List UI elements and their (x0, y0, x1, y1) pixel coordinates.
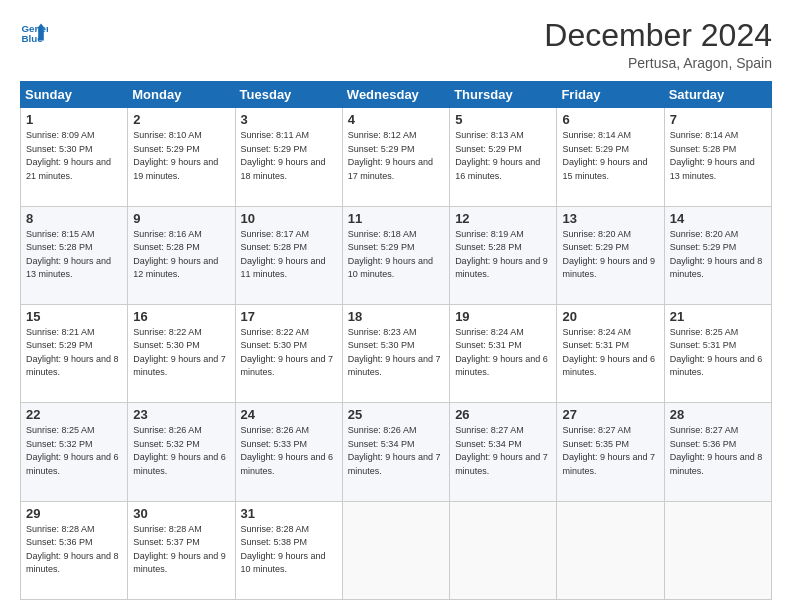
day-number: 28 (670, 407, 766, 422)
day-number: 25 (348, 407, 444, 422)
day-number: 1 (26, 112, 122, 127)
day-number: 5 (455, 112, 551, 127)
day-number: 21 (670, 309, 766, 324)
day-number: 12 (455, 211, 551, 226)
col-sunday: Sunday (21, 82, 128, 108)
col-friday: Friday (557, 82, 664, 108)
day-number: 10 (241, 211, 337, 226)
day-number: 7 (670, 112, 766, 127)
table-row: 1Sunrise: 8:09 AM Sunset: 5:30 PM Daylig… (21, 108, 128, 206)
table-row: 24Sunrise: 8:26 AM Sunset: 5:33 PM Dayli… (235, 403, 342, 501)
day-number: 11 (348, 211, 444, 226)
day-info: Sunrise: 8:22 AM Sunset: 5:30 PM Dayligh… (133, 326, 229, 380)
day-info: Sunrise: 8:18 AM Sunset: 5:29 PM Dayligh… (348, 228, 444, 282)
table-row: 22Sunrise: 8:25 AM Sunset: 5:32 PM Dayli… (21, 403, 128, 501)
table-row: 20Sunrise: 8:24 AM Sunset: 5:31 PM Dayli… (557, 304, 664, 402)
month-title: December 2024 (544, 18, 772, 53)
page: General Blue December 2024 Pertusa, Arag… (0, 0, 792, 612)
day-info: Sunrise: 8:27 AM Sunset: 5:35 PM Dayligh… (562, 424, 658, 478)
title-block: December 2024 Pertusa, Aragon, Spain (544, 18, 772, 71)
col-thursday: Thursday (450, 82, 557, 108)
day-number: 17 (241, 309, 337, 324)
day-info: Sunrise: 8:17 AM Sunset: 5:28 PM Dayligh… (241, 228, 337, 282)
table-row: 10Sunrise: 8:17 AM Sunset: 5:28 PM Dayli… (235, 206, 342, 304)
table-row: 19Sunrise: 8:24 AM Sunset: 5:31 PM Dayli… (450, 304, 557, 402)
col-wednesday: Wednesday (342, 82, 449, 108)
day-number: 14 (670, 211, 766, 226)
day-number: 19 (455, 309, 551, 324)
table-row (664, 501, 771, 599)
day-number: 29 (26, 506, 122, 521)
table-row: 6Sunrise: 8:14 AM Sunset: 5:29 PM Daylig… (557, 108, 664, 206)
day-info: Sunrise: 8:23 AM Sunset: 5:30 PM Dayligh… (348, 326, 444, 380)
day-number: 8 (26, 211, 122, 226)
day-info: Sunrise: 8:14 AM Sunset: 5:28 PM Dayligh… (670, 129, 766, 183)
day-number: 15 (26, 309, 122, 324)
calendar-header-row: Sunday Monday Tuesday Wednesday Thursday… (21, 82, 772, 108)
day-info: Sunrise: 8:20 AM Sunset: 5:29 PM Dayligh… (562, 228, 658, 282)
day-info: Sunrise: 8:28 AM Sunset: 5:37 PM Dayligh… (133, 523, 229, 577)
day-number: 16 (133, 309, 229, 324)
day-info: Sunrise: 8:25 AM Sunset: 5:31 PM Dayligh… (670, 326, 766, 380)
day-info: Sunrise: 8:26 AM Sunset: 5:33 PM Dayligh… (241, 424, 337, 478)
table-row: 23Sunrise: 8:26 AM Sunset: 5:32 PM Dayli… (128, 403, 235, 501)
col-monday: Monday (128, 82, 235, 108)
table-row: 9Sunrise: 8:16 AM Sunset: 5:28 PM Daylig… (128, 206, 235, 304)
day-number: 2 (133, 112, 229, 127)
day-info: Sunrise: 8:10 AM Sunset: 5:29 PM Dayligh… (133, 129, 229, 183)
table-row: 5Sunrise: 8:13 AM Sunset: 5:29 PM Daylig… (450, 108, 557, 206)
day-number: 30 (133, 506, 229, 521)
day-number: 26 (455, 407, 551, 422)
table-row: 2Sunrise: 8:10 AM Sunset: 5:29 PM Daylig… (128, 108, 235, 206)
table-row: 21Sunrise: 8:25 AM Sunset: 5:31 PM Dayli… (664, 304, 771, 402)
day-number: 3 (241, 112, 337, 127)
day-info: Sunrise: 8:28 AM Sunset: 5:38 PM Dayligh… (241, 523, 337, 577)
day-info: Sunrise: 8:22 AM Sunset: 5:30 PM Dayligh… (241, 326, 337, 380)
day-number: 31 (241, 506, 337, 521)
day-number: 20 (562, 309, 658, 324)
day-info: Sunrise: 8:24 AM Sunset: 5:31 PM Dayligh… (562, 326, 658, 380)
table-row: 13Sunrise: 8:20 AM Sunset: 5:29 PM Dayli… (557, 206, 664, 304)
day-info: Sunrise: 8:11 AM Sunset: 5:29 PM Dayligh… (241, 129, 337, 183)
logo-icon: General Blue (20, 18, 48, 46)
day-number: 22 (26, 407, 122, 422)
day-number: 23 (133, 407, 229, 422)
table-row: 16Sunrise: 8:22 AM Sunset: 5:30 PM Dayli… (128, 304, 235, 402)
day-info: Sunrise: 8:13 AM Sunset: 5:29 PM Dayligh… (455, 129, 551, 183)
day-number: 6 (562, 112, 658, 127)
calendar-table: Sunday Monday Tuesday Wednesday Thursday… (20, 81, 772, 600)
day-info: Sunrise: 8:16 AM Sunset: 5:28 PM Dayligh… (133, 228, 229, 282)
day-number: 18 (348, 309, 444, 324)
day-info: Sunrise: 8:27 AM Sunset: 5:34 PM Dayligh… (455, 424, 551, 478)
day-number: 13 (562, 211, 658, 226)
table-row (450, 501, 557, 599)
day-info: Sunrise: 8:09 AM Sunset: 5:30 PM Dayligh… (26, 129, 122, 183)
table-row: 4Sunrise: 8:12 AM Sunset: 5:29 PM Daylig… (342, 108, 449, 206)
table-row: 15Sunrise: 8:21 AM Sunset: 5:29 PM Dayli… (21, 304, 128, 402)
day-info: Sunrise: 8:20 AM Sunset: 5:29 PM Dayligh… (670, 228, 766, 282)
day-number: 27 (562, 407, 658, 422)
table-row: 8Sunrise: 8:15 AM Sunset: 5:28 PM Daylig… (21, 206, 128, 304)
table-row (342, 501, 449, 599)
day-number: 4 (348, 112, 444, 127)
table-row: 28Sunrise: 8:27 AM Sunset: 5:36 PM Dayli… (664, 403, 771, 501)
day-info: Sunrise: 8:24 AM Sunset: 5:31 PM Dayligh… (455, 326, 551, 380)
table-row: 17Sunrise: 8:22 AM Sunset: 5:30 PM Dayli… (235, 304, 342, 402)
table-row: 14Sunrise: 8:20 AM Sunset: 5:29 PM Dayli… (664, 206, 771, 304)
table-row: 18Sunrise: 8:23 AM Sunset: 5:30 PM Dayli… (342, 304, 449, 402)
day-number: 24 (241, 407, 337, 422)
day-info: Sunrise: 8:15 AM Sunset: 5:28 PM Dayligh… (26, 228, 122, 282)
day-info: Sunrise: 8:25 AM Sunset: 5:32 PM Dayligh… (26, 424, 122, 478)
table-row: 31Sunrise: 8:28 AM Sunset: 5:38 PM Dayli… (235, 501, 342, 599)
table-row: 7Sunrise: 8:14 AM Sunset: 5:28 PM Daylig… (664, 108, 771, 206)
day-number: 9 (133, 211, 229, 226)
table-row: 12Sunrise: 8:19 AM Sunset: 5:28 PM Dayli… (450, 206, 557, 304)
table-row: 3Sunrise: 8:11 AM Sunset: 5:29 PM Daylig… (235, 108, 342, 206)
logo: General Blue (20, 18, 48, 46)
table-row (557, 501, 664, 599)
table-row: 25Sunrise: 8:26 AM Sunset: 5:34 PM Dayli… (342, 403, 449, 501)
table-row: 11Sunrise: 8:18 AM Sunset: 5:29 PM Dayli… (342, 206, 449, 304)
day-info: Sunrise: 8:27 AM Sunset: 5:36 PM Dayligh… (670, 424, 766, 478)
day-info: Sunrise: 8:12 AM Sunset: 5:29 PM Dayligh… (348, 129, 444, 183)
location-subtitle: Pertusa, Aragon, Spain (544, 55, 772, 71)
